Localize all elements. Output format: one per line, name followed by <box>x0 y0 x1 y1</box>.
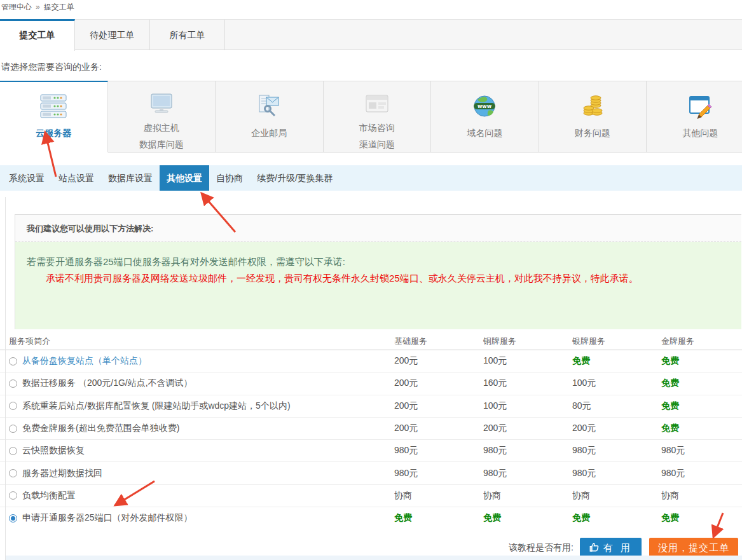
category-enterprise-mail[interactable]: 企业邮局 <box>216 81 324 153</box>
tab-submit-ticket[interactable]: 提交工单 <box>0 19 75 51</box>
price-bronze: 100元 <box>483 400 572 412</box>
table-row[interactable]: 云快照数据恢复 980元 980元 980元 980元 <box>0 440 742 462</box>
price-bronze: 980元 <box>483 468 572 479</box>
suggestion-panel: 我们建议您可以使用以下方法解决: 若需要开通服务器25端口使服务器具有对外发送邮… <box>15 214 741 329</box>
table-row[interactable]: 从备份盘恢复站点（单个站点） 200元 100元 免费 免费 <box>0 350 742 372</box>
radio-button[interactable] <box>9 425 17 433</box>
category-label-line2: 数据库问题 <box>139 136 184 153</box>
service-select-prompt: 请选择您需要咨询的业务: <box>1 62 102 73</box>
price-silver: 免费 <box>572 512 661 524</box>
price-silver: 980元 <box>572 445 661 456</box>
category-label: 财务问题 <box>575 125 610 141</box>
table-row[interactable]: 系统重装后站点/数据库配置恢复 (限建站助手或wdcp建站，5个以内) 200元… <box>0 395 742 418</box>
useful-label: 有 用 <box>603 542 633 554</box>
table-row[interactable]: 免费金牌服务(超出免费范围会单独收费) 200元 200元 200元 免费 <box>0 418 742 440</box>
price-basic: 200元 <box>394 378 483 389</box>
left-border-line <box>5 197 6 560</box>
sub-tab-bar: 系统设置 站点设置 数据库设置 其他设置 自协商 续费/升级/更换集群 <box>0 165 742 191</box>
notice-line2: 承诺不利用贵司服务器及网络发送垃圾邮件，一经发现，贵司有权无条件永久封锁25端口… <box>27 270 741 287</box>
table-header-row: 服务项简介 基础服务 铜牌服务 银牌服务 金牌服务 <box>0 332 742 350</box>
service-name: 系统重装后站点/数据库配置恢复 (限建站助手或wdcp建站，5个以内) <box>22 400 291 412</box>
category-label: 市场咨询 <box>359 120 395 136</box>
category-other[interactable]: 其他问题 <box>647 81 742 153</box>
subtab-system-settings[interactable]: 系统设置 <box>2 165 52 191</box>
tab-all-tickets[interactable]: 所有工单 <box>150 20 225 50</box>
price-basic: 协商 <box>394 490 483 502</box>
thumbs-up-icon <box>589 542 603 554</box>
monitor-icon <box>146 89 177 120</box>
category-finance[interactable]: 财务问题 <box>539 81 647 153</box>
price-bronze: 160元 <box>483 378 572 389</box>
service-name: 数据迁移服务 （200元/1G/站点,不含调试） <box>22 378 193 389</box>
subtab-self-negotiate[interactable]: 自协商 <box>209 165 250 191</box>
bottom-strip <box>6 556 742 560</box>
table-row[interactable]: 服务器过期数据找回 980元 980元 980元 980元 <box>0 462 742 484</box>
suggestion-header: 我们建议您可以使用以下方法解决: <box>15 215 741 242</box>
notice-box: 若需要开通服务器25端口使服务器具有对外发送邮件权限，需遵守以下承诺: 承诺不利… <box>15 242 741 329</box>
service-name: 免费金牌服务(超出免费范围会单独收费) <box>22 423 179 434</box>
service-name: 申请开通服务器25端口（对外发邮件权限） <box>22 512 193 524</box>
service-name: 云快照数据恢复 <box>22 445 85 456</box>
category-label: 虚拟主机 <box>144 120 179 136</box>
price-gold: 免费 <box>661 400 742 412</box>
browser-window-icon <box>362 89 392 120</box>
subtab-database-settings[interactable]: 数据库设置 <box>101 165 160 191</box>
radio-button[interactable] <box>9 379 17 388</box>
price-bronze: 协商 <box>483 490 572 502</box>
category-market-consult[interactable]: 市场咨询 渠道问题 <box>324 81 432 153</box>
price-gold: 免费 <box>661 355 742 367</box>
radio-button[interactable] <box>9 402 17 410</box>
globe-www-icon: www <box>469 89 500 125</box>
col-header-gold: 金牌服务 <box>661 336 742 347</box>
price-silver: 100元 <box>572 378 661 389</box>
tab-pending-tickets[interactable]: 待处理工单 <box>75 20 150 50</box>
category-label: 其他问题 <box>682 125 718 141</box>
category-virtual-host-db[interactable]: 虚拟主机 数据库问题 <box>108 81 216 153</box>
radio-button[interactable] <box>9 357 17 365</box>
price-silver: 免费 <box>572 355 661 367</box>
table-row-selected[interactable]: 申请开通服务器25端口（对外发邮件权限） 免费 免费 免费 免费 <box>0 507 742 529</box>
subtab-other-settings[interactable]: 其他设置 <box>160 165 209 191</box>
price-bronze: 200元 <box>483 423 572 434</box>
cloud-server-icon <box>38 89 69 125</box>
subtab-site-settings[interactable]: 站点设置 <box>52 165 101 191</box>
price-gold: 980元 <box>661 445 742 456</box>
price-bronze: 免费 <box>483 512 572 524</box>
table-row[interactable]: 负载均衡配置 协商 协商 协商 协商 <box>0 485 742 507</box>
price-bronze: 980元 <box>483 445 572 456</box>
price-bronze: 100元 <box>483 355 572 367</box>
breadcrumb-current: 提交工单 <box>44 3 74 11</box>
price-silver: 80元 <box>572 400 661 412</box>
radio-button[interactable] <box>9 491 17 500</box>
category-label: 企业邮局 <box>251 125 287 141</box>
service-price-table: 服务项简介 基础服务 铜牌服务 银牌服务 金牌服务 从备份盘恢复站点（单个站点）… <box>0 332 742 529</box>
category-domain[interactable]: www 域名问题 <box>431 81 539 153</box>
subtab-renew-upgrade[interactable]: 续费/升级/更换集群 <box>250 165 340 191</box>
breadcrumb-root-link[interactable]: 管理中心 <box>1 3 32 11</box>
feedback-question: 该教程是否有用: <box>509 542 574 554</box>
svg-text:www: www <box>477 104 492 109</box>
category-label: 域名问题 <box>467 125 502 141</box>
col-header-bronze: 铜牌服务 <box>483 336 572 347</box>
table-row[interactable]: 数据迁移服务 （200元/1G/站点,不含调试） 200元 160元 100元 … <box>0 372 742 395</box>
radio-button-checked[interactable] <box>9 514 17 522</box>
radio-button[interactable] <box>9 469 17 477</box>
category-cloud-server[interactable]: 云服务器 <box>0 81 108 153</box>
radio-button[interactable] <box>9 447 17 455</box>
service-name[interactable]: 从备份盘恢复站点（单个站点） <box>22 355 147 367</box>
price-gold: 免费 <box>661 423 742 434</box>
service-name: 服务器过期数据找回 <box>22 468 102 479</box>
submit-label: 没用，提交工单 <box>658 542 729 554</box>
price-basic: 免费 <box>394 512 483 524</box>
category-label-line2: 渠道问题 <box>359 136 395 153</box>
price-basic: 980元 <box>394 445 483 456</box>
main-tab-bar: 提交工单 待处理工单 所有工单 <box>0 19 742 50</box>
col-header-silver: 银牌服务 <box>572 336 661 347</box>
breadcrumb: 管理中心»提交工单 <box>1 2 74 13</box>
edit-window-icon <box>685 89 715 125</box>
price-silver: 协商 <box>572 490 661 502</box>
mail-wrench-icon <box>254 89 284 125</box>
price-silver: 200元 <box>572 423 661 434</box>
price-gold: 免费 <box>661 378 742 389</box>
price-gold: 免费 <box>661 512 742 524</box>
